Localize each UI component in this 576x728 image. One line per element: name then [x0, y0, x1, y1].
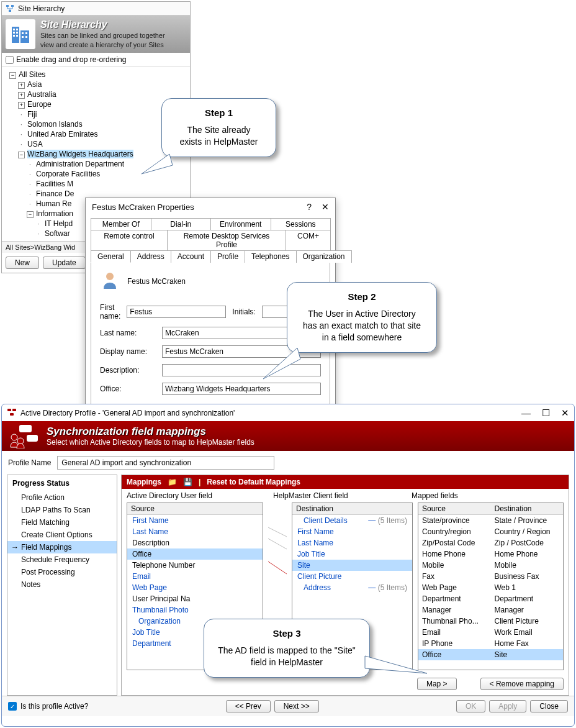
tree-node-selected[interactable]: WizBang Widgets Headquarters [27, 150, 133, 158]
sync-titlebar[interactable]: Active Directory Profile - 'General AD i… [2, 404, 574, 421]
remove-mapping-button[interactable]: < Remove mapping [480, 678, 564, 690]
list-item[interactable]: Last Name [292, 537, 412, 548]
sidebar-item-notes[interactable]: Notes [7, 578, 117, 591]
tab-com[interactable]: COM+ [286, 230, 331, 250]
apply-button[interactable]: Apply [489, 700, 526, 712]
profile-name-label: Profile Name [8, 458, 51, 467]
expander-icon[interactable]: − [18, 152, 25, 158]
list-item-selected[interactable]: Office [127, 548, 263, 560]
mapped-fields-table[interactable]: Source Destination State/provinceState /… [418, 503, 564, 670]
prev-button[interactable]: << Prev [226, 700, 271, 712]
list-item[interactable]: Client Picture [292, 571, 412, 582]
list-item-selected[interactable]: Site [292, 560, 412, 571]
tab-memberof[interactable]: Member Of [91, 218, 151, 230]
tree-node[interactable]: Asia [27, 80, 42, 89]
sidebar-item-ldap[interactable]: LDAP Paths To Scan [7, 504, 117, 516]
help-icon[interactable]: ? [307, 202, 312, 212]
ok-button[interactable]: OK [456, 700, 485, 712]
callout-step3: Step 3 The AD field is mapped to the "Si… [204, 619, 370, 678]
tab-address[interactable]: Address [130, 250, 171, 263]
minimize-icon[interactable]: — [521, 407, 531, 419]
profile-name-field[interactable] [57, 456, 274, 470]
svg-rect-11 [22, 32, 24, 34]
tree-node[interactable]: Solomon Islands [27, 120, 83, 129]
svg-line-25 [268, 527, 287, 537]
list-item[interactable]: Description [127, 537, 263, 548]
tree-node[interactable]: Human Re [36, 199, 71, 208]
sidebar-item-field-matching[interactable]: Field Matching [7, 516, 117, 529]
map-button[interactable]: Map > [417, 678, 457, 690]
reorder-checkbox[interactable] [6, 56, 14, 64]
tab-organization[interactable]: Organization [296, 250, 352, 263]
sidebar-item-field-mappings[interactable]: Field Mappings [7, 541, 117, 553]
sidebar-item-post[interactable]: Post Processing [7, 566, 117, 578]
tree-root[interactable]: All Sites [19, 70, 45, 79]
tree-node[interactable]: IT Helpd [45, 219, 73, 228]
tree-node[interactable]: United Arab Emirates [27, 130, 97, 139]
close-icon[interactable]: ✕ [322, 202, 329, 212]
tab-telephones[interactable]: Telephones [245, 250, 296, 263]
list-item[interactable]: User Principal Na [127, 593, 263, 604]
table-row: Web PageWeb 1 [418, 582, 563, 593]
lastname-label: Last name: [100, 329, 156, 337]
firstname-field[interactable] [127, 306, 226, 318]
list-item[interactable]: Email [127, 571, 263, 582]
group-label[interactable]: Client Details [304, 516, 348, 525]
tree-node[interactable]: USA [27, 140, 43, 148]
tree-node[interactable]: Australia [27, 90, 56, 99]
close-button[interactable]: Close [530, 700, 568, 712]
expander-icon[interactable]: + [18, 92, 25, 99]
list-item[interactable]: Thumbnail Photo [127, 604, 263, 616]
tab-profile[interactable]: Profile [210, 250, 245, 263]
close-icon[interactable]: ✕ [561, 407, 569, 419]
list-item[interactable]: Job Title [292, 548, 412, 560]
active-checkbox[interactable]: ✓ [8, 702, 17, 711]
sidebar-item-schedule[interactable]: Schedule Frequency [7, 553, 117, 566]
expander-icon[interactable]: − [27, 211, 34, 218]
list-item[interactable]: Last Name [127, 526, 263, 537]
list-item[interactable]: Telephone Number [127, 560, 263, 571]
list-item[interactable]: First Name [127, 515, 263, 526]
table-row: Zip/Postal CodeZip / PostCode [418, 537, 563, 548]
tab-account[interactable]: Account [171, 250, 211, 263]
expander-icon[interactable]: − [9, 72, 16, 79]
svg-rect-6 [16, 29, 18, 30]
sidebar-item-profile-action[interactable]: Profile Action [7, 491, 117, 504]
reset-link[interactable]: Reset to Default Mappings [207, 478, 300, 486]
tree-node[interactable]: Softwar [45, 229, 70, 238]
tab-remote[interactable]: Remote control [91, 230, 168, 250]
new-button[interactable]: New [6, 257, 39, 269]
tree-node[interactable]: Europe [27, 100, 52, 109]
folder-icon[interactable]: 📁 [168, 478, 177, 486]
tree-node[interactable]: Fiji [27, 110, 37, 119]
titlebar[interactable]: Site Hierarchy [2, 2, 190, 16]
sync-window: Active Directory Profile - 'General AD i… [1, 404, 575, 727]
tab-general[interactable]: General [91, 250, 131, 263]
save-icon[interactable]: 💾 [183, 478, 192, 486]
dialog-titlebar[interactable]: Festus McCraken Properties ? ✕ [86, 198, 335, 216]
tree-node[interactable]: Administration Department [36, 160, 124, 168]
group-label[interactable]: Address [304, 583, 331, 592]
next-button[interactable]: Next >> [274, 700, 319, 712]
initials-label: Initials: [232, 307, 255, 316]
tree-node[interactable]: Information [36, 209, 73, 218]
tab-dialin[interactable]: Dial-in [151, 218, 212, 230]
update-button[interactable]: Update [43, 257, 86, 269]
tree-node[interactable]: Corporate Facilities [36, 170, 100, 178]
list-item[interactable]: Web Page [127, 582, 263, 593]
sidebar-item-create-client[interactable]: Create Client Options [7, 529, 117, 541]
maximize-icon[interactable]: ☐ [542, 407, 550, 419]
tree-node[interactable]: Finance De [36, 189, 74, 198]
list-item[interactable]: First Name [292, 526, 412, 537]
expander-icon[interactable]: + [18, 102, 25, 109]
sync-header-banner: Synchronization field mappings Select wh… [2, 421, 574, 451]
expander-icon[interactable]: + [18, 82, 25, 89]
tab-environment[interactable]: Environment [210, 218, 271, 230]
callout-step2: Step 2 The User in Active Directory has … [287, 282, 437, 353]
group-label[interactable]: Organization [138, 617, 181, 626]
tab-sessions[interactable]: Sessions [271, 218, 331, 230]
tree-node[interactable]: Facilities M [36, 180, 73, 188]
header-banner: Site Hierarchy Sites can be linked and g… [2, 16, 190, 53]
tab-rds[interactable]: Remote Desktop Services Profile [167, 230, 286, 250]
reorder-checkbox-row[interactable]: Enable drag and drop re-ordering [2, 53, 190, 67]
